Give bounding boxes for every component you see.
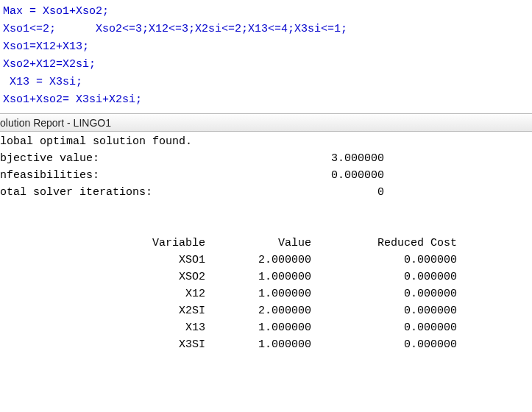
code-line[interactable]: Xso1<=2; Xso2<=3;X12<=3;X2si<=2;X13<=4;X…: [3, 21, 529, 38]
objective-row: bjective value: 3.000000: [0, 150, 532, 167]
report-window-title: olution Report - LINGO1: [0, 117, 111, 129]
infeasibilities-label: nfeasibilities:: [0, 169, 99, 182]
results-table: Variable Value Reduced Cost XSO1 2.00000…: [0, 235, 532, 353]
objective-value: 3.000000: [99, 152, 384, 165]
infeasibilities-row: nfeasibilities: 0.000000: [0, 167, 532, 184]
iterations-row: otal solver iterations: 0: [0, 184, 532, 201]
code-line[interactable]: Max = Xso1+Xso2;: [3, 3, 529, 21]
code-line[interactable]: Xso1=X12+X13;: [3, 38, 529, 56]
blank-line: [0, 218, 532, 235]
blank-line: [0, 201, 532, 218]
code-line[interactable]: X13 = X3si;: [3, 74, 529, 91]
iterations-label: otal solver iterations:: [0, 186, 152, 199]
status-line: lobal optimal solution found.: [0, 133, 532, 150]
report-window-titlebar[interactable]: olution Report - LINGO1: [0, 113, 532, 132]
infeasibilities-value: 0.000000: [99, 169, 384, 182]
code-line[interactable]: Xso2+X12=X2si;: [3, 56, 529, 74]
iterations-value: 0: [152, 186, 384, 199]
solution-report-pane[interactable]: lobal optimal solution found. bjective v…: [0, 132, 532, 355]
objective-label: bjective value:: [0, 152, 99, 165]
code-line[interactable]: Xso1+Xso2= X3si+X2si;: [3, 91, 529, 109]
code-editor-pane[interactable]: Max = Xso1+Xso2; Xso1<=2; Xso2<=3;X12<=3…: [0, 0, 532, 113]
